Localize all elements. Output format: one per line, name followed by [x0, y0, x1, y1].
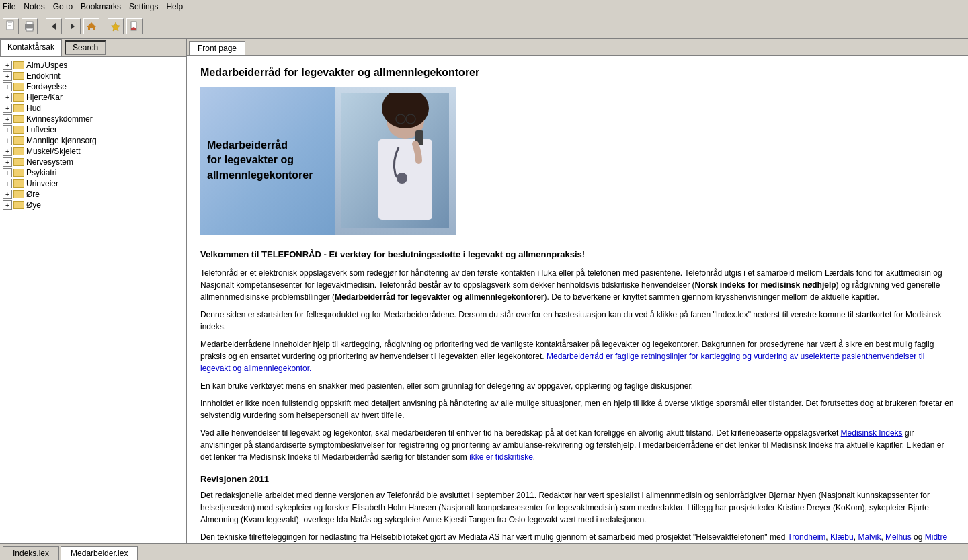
svg-rect-2 — [8, 24, 12, 24]
content-body: Medarbeiderråd for legevakter og allmenn… — [187, 56, 968, 543]
bottom-tab-bar: Indeks.lex Medarbeider.lex — [0, 543, 968, 560]
paragraph-6: Ved alle henvendelser til legevakt og le… — [200, 427, 955, 463]
tree-item[interactable]: + Nervesystem — [1, 157, 184, 167]
back-button[interactable] — [46, 18, 62, 34]
svg-marker-11 — [87, 22, 96, 30]
new-button[interactable] — [3, 18, 19, 34]
tree-item[interactable]: + Luftveier — [1, 124, 184, 135]
print-button[interactable] — [22, 18, 38, 34]
menu-help[interactable]: Help — [166, 2, 183, 11]
tab-front-page[interactable]: Front page — [189, 41, 245, 55]
svg-rect-7 — [27, 28, 32, 29]
menu-settings[interactable]: Settings — [129, 2, 158, 11]
home-button[interactable] — [83, 18, 99, 34]
hero-person-figure — [335, 87, 456, 235]
menubar: File Notes Go to Bookmarks Settings Help — [0, 0, 968, 13]
tree-item[interactable]: + Hud — [1, 103, 184, 114]
menu-bookmarks[interactable]: Bookmarks — [81, 2, 121, 11]
main-layout: Kontaktårsak Search + Alm./Uspes + Endok… — [0, 39, 968, 543]
left-panel: Kontaktårsak Search + Alm./Uspes + Endok… — [0, 39, 187, 543]
paragraph-3: Medarbeiderrådene inneholder hjelp til k… — [200, 338, 955, 374]
menu-file[interactable]: File — [3, 2, 15, 11]
star-button[interactable] — [108, 18, 124, 34]
revision-paragraph-2: Den tekniske tilretteleggingen for nedla… — [200, 531, 955, 543]
revision-title: Revisjonen 2011 — [200, 473, 955, 486]
hero-image-container: Medarbeiderrådfor legevakter ogallmennle… — [200, 87, 955, 235]
bookmark-button[interactable] — [126, 18, 143, 34]
menu-notes[interactable]: Notes — [24, 2, 44, 11]
tree-item[interactable]: + Øre — [1, 189, 184, 200]
tree-item[interactable]: + Øye — [1, 200, 184, 210]
search-button[interactable]: Search — [65, 40, 106, 55]
tab-kontaktarsak[interactable]: Kontaktårsak — [0, 39, 62, 56]
tree-item[interactable]: + Muskel/Skjelett — [1, 146, 184, 157]
tree-item[interactable]: + Mannlige kjønnsorg — [1, 135, 184, 146]
tree-item[interactable]: + Alm./Uspes — [1, 60, 184, 71]
tree-item[interactable]: + Psykiatri — [1, 167, 184, 178]
menu-goto[interactable]: Go to — [53, 2, 73, 11]
svg-rect-8 — [27, 30, 31, 30]
tree-item[interactable]: + Urinveier — [1, 178, 184, 189]
content-tab-bar: Front page — [187, 39, 968, 56]
hero-image: Medarbeiderrådfor legevakter ogallmennle… — [200, 87, 456, 235]
svg-point-19 — [397, 173, 407, 184]
left-tab-bar: Kontaktårsak Search — [0, 39, 186, 57]
paragraph-4: En kan bruke verktøyet mens en snakker m… — [200, 380, 955, 392]
tab-medarbeider-lex[interactable]: Medarbeider.lex — [61, 546, 138, 560]
paragraph-5: Innholdet er ikke noen fullstendig oppsk… — [200, 397, 955, 422]
paragraph-1: Telefonråd er et elektronisk oppslagsver… — [200, 267, 955, 303]
forward-button[interactable] — [65, 18, 81, 34]
svg-marker-12 — [112, 22, 120, 31]
right-panel: Front page Medarbeiderråd for legevakter… — [187, 39, 968, 543]
svg-rect-3 — [8, 25, 11, 26]
tree-view: + Alm./Uspes + Endokrint + Fordøyelse + … — [0, 57, 186, 543]
tree-item[interactable]: + Endokrint — [1, 71, 184, 81]
tree-item[interactable]: + Hjerte/Kar — [1, 92, 184, 103]
svg-rect-6 — [26, 28, 33, 31]
toolbar — [0, 13, 968, 39]
revision-paragraph-1: Det redaksjonelle arbeidet med denne ver… — [200, 489, 955, 526]
svg-marker-10 — [71, 23, 75, 30]
page-title: Medarbeiderråd for legevakter og allmenn… — [200, 67, 955, 79]
welcome-title: Velkommen til TELEFONRÅD - Et verktøy fo… — [200, 248, 955, 262]
svg-rect-1 — [8, 22, 12, 23]
svg-rect-5 — [26, 22, 33, 24]
tab-indeks-lex[interactable]: Indeks.lex — [3, 546, 59, 560]
hero-text: Medarbeiderrådfor legevakter ogallmennle… — [207, 138, 328, 183]
tree-item[interactable]: + Fordøyelse — [1, 81, 184, 92]
svg-marker-9 — [52, 23, 56, 30]
tree-item[interactable]: + Kvinnesykdommer — [1, 114, 184, 124]
paragraph-2: Denne siden er startsiden for fellesprod… — [200, 309, 955, 333]
